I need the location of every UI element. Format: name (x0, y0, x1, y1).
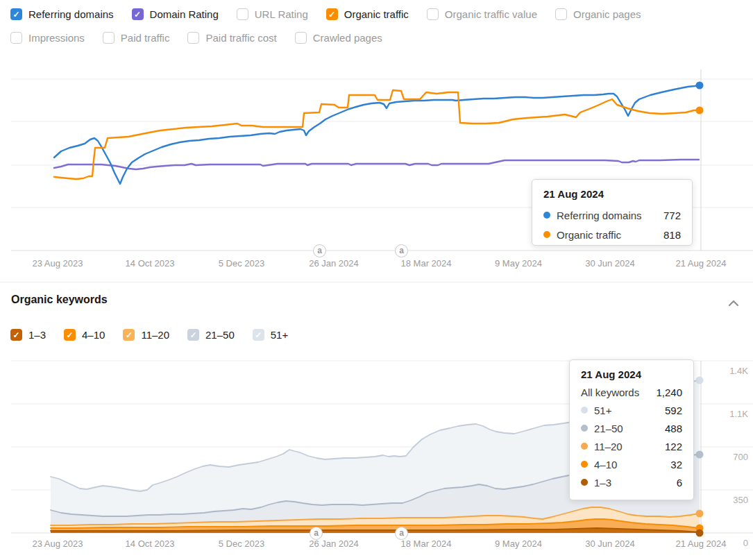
position-filter-1-3[interactable]: ✓1–3 (10, 329, 46, 341)
tooltip-date: 21 Aug 2024 (543, 188, 681, 200)
series-label: 51+ (594, 405, 659, 416)
filter-label[interactable]: 4–10 (82, 329, 105, 341)
metric-filter-referring-domains[interactable]: ✓Referring domains (10, 8, 114, 20)
series-dot-icon (543, 212, 550, 219)
series-label: 11–20 (594, 441, 659, 452)
filter-label[interactable]: Organic pages (573, 8, 641, 20)
checkbox-crawled-pages[interactable] (295, 32, 307, 44)
series-value: 488 (665, 423, 682, 434)
series-dot-icon (581, 479, 588, 486)
checkbox-11-20[interactable]: ✓ (123, 329, 135, 341)
filter-label[interactable]: Domain Rating (150, 8, 219, 20)
tooltip-row-21-50: 21–50488 (581, 419, 682, 437)
tooltip-date: 21 Aug 2024 (581, 368, 682, 380)
metric-filter-impressions[interactable]: Impressions (10, 32, 85, 44)
series-dot-icon (543, 231, 550, 238)
ahrefs-logo-marker: a (310, 527, 323, 540)
series-value: 592 (665, 405, 682, 416)
metric-filter-row-2: ImpressionsPaid trafficPaid traffic cost… (10, 32, 382, 44)
metric-filter-paid-traffic-cost[interactable]: Paid traffic cost (187, 32, 276, 44)
position-filter-51plus[interactable]: ✓51+ (253, 329, 288, 341)
organic-keywords-heading: Organic keywords (11, 294, 108, 306)
tooltip-row-11-20: 11–20122 (581, 437, 682, 455)
chevron-up-icon[interactable] (728, 297, 739, 309)
filter-label[interactable]: 51+ (271, 329, 288, 341)
filter-label[interactable]: 21–50 (205, 329, 235, 341)
checkbox-url-rating[interactable] (237, 8, 248, 20)
series-dot-icon (581, 461, 588, 468)
series-dot-icon (581, 407, 588, 414)
checkbox-organic-traffic-value[interactable] (427, 8, 439, 20)
position-filter-11-20[interactable]: ✓11–20 (123, 329, 169, 341)
filter-label[interactable]: Impressions (28, 32, 85, 44)
tooltip-row-4-10: 4–1032 (581, 455, 682, 473)
series-value: 818 (663, 229, 681, 241)
series-value: 32 (670, 459, 682, 470)
metric-filter-paid-traffic[interactable]: Paid traffic (103, 32, 170, 44)
tooltip-row-organic-traffic: Organic traffic818 (543, 225, 681, 244)
series-value: 122 (665, 441, 682, 452)
series-label: 21–50 (594, 423, 659, 434)
ahrefs-logo-marker: a (395, 527, 408, 540)
checkbox-organic-pages[interactable] (555, 8, 567, 20)
tooltip-row-referring-domains: Referring domains772 (543, 205, 681, 225)
tooltip-row-1-3: 1–36 (581, 473, 682, 491)
filter-label[interactable]: Paid traffic cost (205, 32, 276, 44)
checkbox-paid-traffic[interactable] (103, 32, 115, 44)
filter-label[interactable]: Organic traffic value (445, 8, 537, 20)
series-label: Referring domains (557, 210, 657, 221)
tooltip-rows: 51+59221–5048811–201224–10321–36 (581, 401, 682, 491)
checkbox-impressions[interactable] (10, 32, 22, 44)
series-label: 4–10 (594, 459, 664, 470)
top-chart-tooltip: 21 Aug 2024 Referring domains772Organic … (532, 179, 693, 246)
checkbox-referring-domains[interactable]: ✓ (10, 8, 22, 20)
series-value: 772 (663, 210, 681, 221)
summary-label: All keywords (581, 387, 650, 398)
ahrefs-logo-marker: a (395, 244, 408, 257)
filter-label[interactable]: 1–3 (28, 329, 46, 341)
checkbox-paid-traffic-cost[interactable] (187, 32, 199, 44)
checkbox-4-10[interactable]: ✓ (64, 329, 76, 341)
checkbox-51plus[interactable]: ✓ (253, 329, 264, 341)
checkbox-domain-rating[interactable]: ✓ (132, 8, 144, 20)
filter-label[interactable]: Paid traffic (121, 32, 170, 44)
metric-filter-url-rating[interactable]: URL Rating (237, 8, 308, 20)
tooltip-rows: Referring domains772Organic traffic818 (543, 205, 681, 244)
position-filter-4-10[interactable]: ✓4–10 (64, 329, 105, 341)
section-divider (0, 282, 753, 282)
series-dot-icon (581, 425, 588, 432)
bottom-chart-tooltip: 21 Aug 2024 All keywords 1,240 51+59221–… (569, 359, 694, 500)
metric-filter-row-1: ✓Referring domains✓Domain RatingURL Rati… (10, 8, 641, 20)
metric-filter-organic-traffic[interactable]: ✓Organic traffic (326, 8, 409, 20)
metric-filter-domain-rating[interactable]: ✓Domain Rating (132, 8, 219, 20)
metric-filter-organic-pages[interactable]: Organic pages (555, 8, 641, 20)
summary-value: 1,240 (656, 387, 682, 398)
series-dot-icon (581, 443, 588, 450)
series-label: Organic traffic (557, 229, 657, 241)
filter-label[interactable]: 11–20 (141, 329, 169, 341)
checkbox-21-50[interactable]: ✓ (187, 329, 199, 341)
keyword-position-filter-row: ✓1–3✓4–10✓11–20✓21–50✓51+ (10, 329, 288, 341)
checkbox-1-3[interactable]: ✓ (10, 329, 22, 341)
metric-filter-organic-traffic-value[interactable]: Organic traffic value (427, 8, 537, 20)
metric-filter-crawled-pages[interactable]: Crawled pages (295, 32, 382, 44)
filter-label[interactable]: Organic traffic (344, 8, 409, 20)
series-value: 6 (677, 477, 682, 489)
filter-label[interactable]: URL Rating (255, 8, 308, 20)
analytics-overview-page: { "filters": { "row1": [ {"label":"Refer… (0, 0, 753, 560)
checkbox-organic-traffic[interactable]: ✓ (326, 8, 338, 20)
series-label: 1–3 (594, 477, 670, 489)
filter-label[interactable]: Referring domains (28, 8, 114, 20)
ahrefs-logo-marker: a (313, 244, 326, 257)
tooltip-summary-row: All keywords 1,240 (581, 383, 682, 401)
tooltip-row-51plus: 51+592 (581, 401, 682, 419)
position-filter-21-50[interactable]: ✓21–50 (187, 329, 235, 341)
filter-label[interactable]: Crawled pages (313, 32, 382, 44)
